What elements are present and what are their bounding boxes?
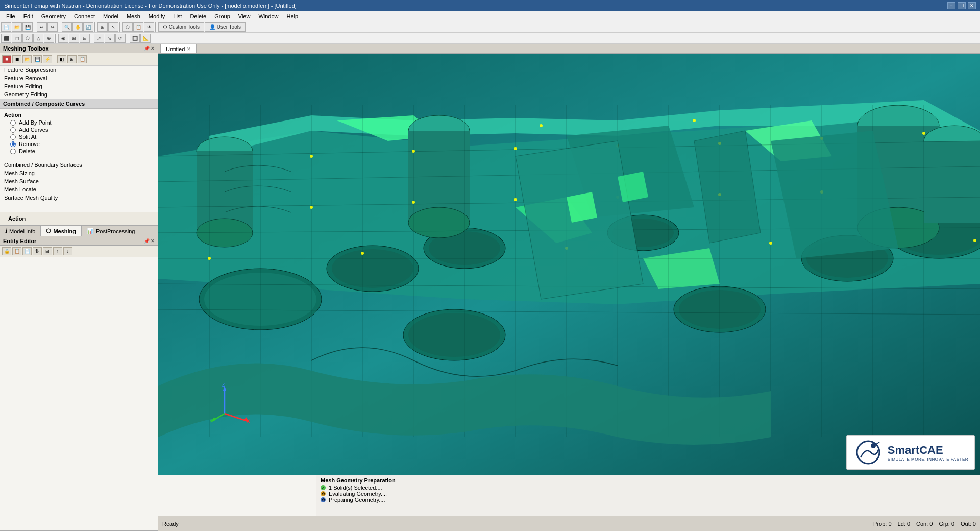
tb-mesh[interactable]: ⬡ — [122, 22, 133, 32]
panel-close-icon[interactable]: ✕ — [151, 46, 155, 51]
tree-item-feature-suppression[interactable]: Feature Suppression — [0, 66, 158, 74]
svg-text:Z: Z — [222, 383, 225, 388]
tb-select[interactable]: ↖ — [108, 22, 118, 32]
tb2-8[interactable]: ⊟ — [80, 34, 90, 43]
toolbox-btn-6[interactable]: ◧ — [57, 55, 66, 63]
tree-item-mesh-surface[interactable]: Mesh Surface — [0, 177, 158, 185]
toolbox-btn-7[interactable]: ⊞ — [67, 55, 77, 63]
tab-untitled-close[interactable]: ✕ — [187, 46, 191, 52]
tb2-6[interactable]: ◉ — [58, 34, 68, 43]
toolbox-btn-3[interactable]: 📂 — [22, 55, 32, 63]
menu-mesh[interactable]: Mesh — [122, 12, 144, 20]
toolbox-btn-4[interactable]: 💾 — [33, 55, 42, 63]
tb2-3[interactable]: ⬡ — [22, 34, 33, 43]
tb2-11[interactable]: ⟳ — [115, 34, 126, 43]
radio-add-by-point[interactable]: Add By Point — [0, 119, 158, 126]
menu-help[interactable]: Help — [283, 12, 303, 20]
entity-filter-btn[interactable]: ⊞ — [43, 247, 52, 255]
tree-item-mesh-sizing[interactable]: Mesh Sizing — [0, 169, 158, 177]
svg-point-73 — [973, 239, 976, 242]
tree-item-surface-mesh-quality[interactable]: Surface Mesh Quality — [0, 194, 158, 202]
menu-geometry[interactable]: Geometry — [37, 12, 70, 20]
tb-custom-tools[interactable]: ⚙ Custom Tools — [158, 22, 204, 32]
tree-item-label: Mesh Surface — [4, 178, 39, 184]
close-button[interactable]: ✕ — [968, 2, 976, 9]
menu-group[interactable]: Group — [210, 12, 234, 20]
svg-point-56 — [310, 155, 313, 158]
svg-point-63 — [310, 206, 313, 209]
menu-connect[interactable]: Connect — [70, 12, 99, 20]
entity-sort-btn[interactable]: ⇅ — [33, 247, 42, 255]
ready-label: Ready — [162, 521, 179, 527]
tb2-4[interactable]: △ — [33, 34, 43, 43]
tb-user-tools[interactable]: 👤 User Tools — [205, 22, 246, 32]
meshing-toolbox-title: Meshing Toolbox — [3, 45, 49, 52]
radio-delete[interactable]: Delete — [0, 148, 158, 155]
toolbox-btn-5[interactable]: ⚡ — [43, 55, 52, 63]
viewport[interactable]: Z X Y — [158, 54, 980, 475]
entity-up-btn[interactable]: ↑ — [53, 247, 62, 255]
toolbox-btn-1[interactable]: ■ — [2, 55, 11, 63]
tb-open[interactable]: 📂 — [12, 22, 22, 32]
radio-split-at[interactable]: Split At — [0, 133, 158, 140]
tb-pan[interactable]: ✋ — [72, 22, 83, 32]
menu-modify[interactable]: Modify — [144, 12, 169, 20]
tree-item-geometry-editing[interactable]: Geometry Editing — [0, 90, 158, 99]
tb-redo[interactable]: ↪ — [47, 22, 58, 32]
entity-pin-icon[interactable]: 📌 — [144, 238, 150, 244]
status-icon-2: ⚙ — [321, 491, 326, 496]
radio-remove[interactable]: Remove — [0, 140, 158, 148]
menu-list[interactable]: List — [169, 12, 186, 20]
tab-untitled[interactable]: Untitled ✕ — [160, 44, 197, 53]
menu-model[interactable]: Model — [99, 12, 122, 20]
tree-item-mesh-locate[interactable]: Mesh Locate — [0, 185, 158, 194]
toolbox-btn-8[interactable]: 📋 — [78, 55, 87, 63]
tb2-13[interactable]: 📐 — [140, 34, 151, 43]
menu-delete[interactable]: Delete — [186, 12, 210, 20]
tb2-12[interactable]: 🔲 — [130, 34, 140, 43]
tb-save[interactable]: 💾 — [22, 22, 33, 32]
entity-close-icon[interactable]: ✕ — [151, 238, 155, 244]
tab-postprocessing[interactable]: 📊 PostProcessing — [82, 226, 140, 236]
tb-new[interactable]: 📄 — [1, 22, 11, 32]
entity-down-btn[interactable]: ↓ — [63, 247, 72, 255]
entity-copy-btn[interactable]: 📋 — [12, 247, 21, 255]
model-info-icon: ℹ — [5, 228, 7, 234]
panel-pin-icon[interactable]: 📌 — [144, 46, 150, 51]
tb-fit[interactable]: ⊞ — [97, 22, 108, 32]
tb-view2[interactable]: 👁 — [144, 22, 154, 32]
status-ld: Ld: 0 — [898, 521, 910, 527]
menu-edit[interactable]: Edit — [19, 12, 37, 20]
tab-model-info[interactable]: ℹ Model Info — [0, 226, 41, 236]
svg-point-69 — [208, 257, 211, 260]
status-con: Con: 0 — [916, 521, 933, 527]
smartcae-text-block: SmartCAE SIMULATE MORE, INNOVATE FASTER — [888, 444, 968, 462]
tree-item-combined-boundary[interactable]: Combined / Boundary Surfaces — [0, 161, 158, 169]
entity-lock-btn[interactable]: 🔒 — [2, 247, 11, 255]
radio-add-curves[interactable]: Add Curves — [0, 126, 158, 133]
menu-window[interactable]: Window — [254, 12, 282, 20]
section-composite-curves[interactable]: Combined / Composite Curves — [0, 99, 158, 109]
toolbox-btn-2[interactable]: ◼ — [12, 55, 21, 63]
tb2-10[interactable]: ↘ — [105, 34, 115, 43]
svg-point-65 — [514, 198, 517, 201]
menu-file[interactable]: File — [2, 12, 19, 20]
menu-view[interactable]: View — [234, 12, 255, 20]
tb-rotate[interactable]: 🔄 — [83, 22, 93, 32]
radio-circle — [10, 127, 16, 133]
sep-toolbox — [54, 55, 56, 64]
tb2-7[interactable]: ⊞ — [69, 34, 79, 43]
tb-prop[interactable]: 📋 — [133, 22, 143, 32]
tab-meshing[interactable]: ⬡ Meshing — [41, 226, 82, 236]
tb-undo[interactable]: ↩ — [37, 22, 47, 32]
tb2-5[interactable]: ⊕ — [44, 34, 54, 43]
tb2-2[interactable]: ◻ — [12, 34, 22, 43]
tb2-9[interactable]: ↗ — [94, 34, 104, 43]
tree-item-feature-removal[interactable]: Feature Removal — [0, 74, 158, 82]
entity-paste-btn[interactable]: 📄 — [22, 247, 32, 255]
minimize-button[interactable]: − — [947, 2, 955, 9]
tb-zoom[interactable]: 🔍 — [62, 22, 72, 32]
tb2-1[interactable]: ⬛ — [1, 34, 11, 43]
restore-button[interactable]: ❐ — [958, 2, 966, 9]
tree-item-feature-editing[interactable]: Feature Editing — [0, 82, 158, 90]
